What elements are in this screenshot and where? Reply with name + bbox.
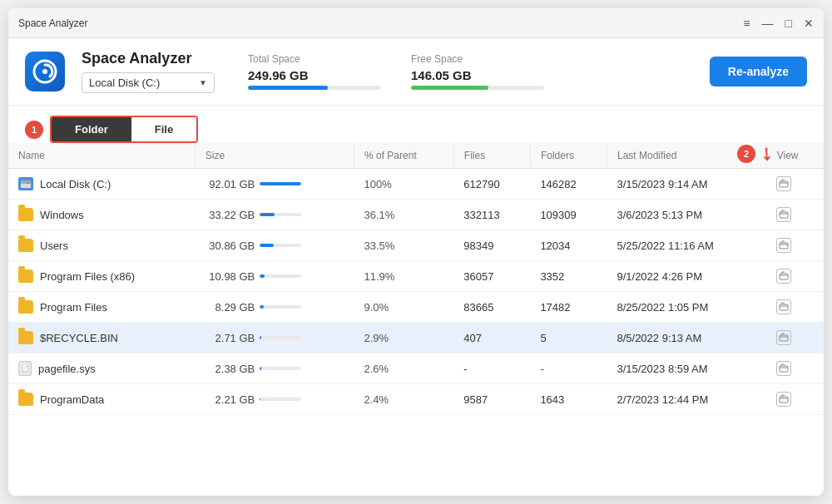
reanalyze-button[interactable]: Re-analyze <box>710 57 807 86</box>
tabs-container: Folder File <box>50 116 198 143</box>
cell-pct: 33.5% <box>354 230 454 261</box>
file-icon: 📄 <box>18 361 32 376</box>
cell-files: 407 <box>453 323 530 353</box>
total-space-value: 249.96 GB <box>248 68 381 82</box>
total-space-item: Total Space 249.96 GB <box>248 53 381 90</box>
table-row: ProgramData 2.21 GB 2.4% 9587 1643 2/7/2… <box>8 384 824 415</box>
cell-view[interactable] <box>766 323 824 353</box>
free-space-label: Free Space <box>411 53 544 65</box>
svg-rect-11 <box>780 366 788 372</box>
svg-rect-7 <box>780 243 788 249</box>
menu-icon[interactable]: ≡ <box>743 17 750 30</box>
col-name: Name <box>8 143 195 169</box>
cell-modified: 8/25/2022 1:05 PM <box>607 292 766 323</box>
cell-files: 98349 <box>453 230 530 261</box>
cell-size: 33.22 GB <box>195 200 354 230</box>
cell-pct: 2.4% <box>354 384 454 415</box>
svg-rect-4 <box>27 182 29 184</box>
open-folder-icon[interactable] <box>776 207 791 222</box>
svg-rect-10 <box>780 335 788 341</box>
table-row: Program Files (x86) 10.98 GB 11.9% 36057… <box>8 261 824 292</box>
cell-name: Local Disk (C:) <box>8 169 195 200</box>
cell-view[interactable] <box>766 169 824 200</box>
maximize-button[interactable]: □ <box>785 17 792 30</box>
cell-pct: 9.0% <box>354 292 454 323</box>
cell-folders: 3352 <box>530 261 607 292</box>
app-logo <box>25 52 65 91</box>
cell-view[interactable] <box>766 292 824 323</box>
size-bar-fill <box>260 244 274 247</box>
close-button[interactable]: ✕ <box>804 17 814 30</box>
cell-view[interactable] <box>766 384 824 415</box>
tab-file[interactable]: File <box>131 117 196 141</box>
size-value: 8.29 GB <box>205 301 255 314</box>
cell-name: Program Files (x86) <box>8 261 195 292</box>
folder-icon <box>18 331 33 344</box>
folder-icon <box>18 239 33 252</box>
cell-pct: 100% <box>354 169 454 200</box>
table-header-row: Name Size % of Parent Files Folders Last… <box>8 143 824 169</box>
cell-files: 36057 <box>453 261 530 292</box>
cell-name: 📄 pagefile.sys <box>8 353 195 384</box>
cell-name: $RECYCLE.BIN <box>8 323 195 353</box>
item-name: ProgramData <box>40 393 104 406</box>
col-size: Size <box>195 143 354 169</box>
svg-point-1 <box>42 69 47 74</box>
free-space-item: Free Space 146.05 GB <box>411 53 544 90</box>
files-table: Name Size % of Parent Files Folders Last… <box>8 143 824 415</box>
open-folder-icon[interactable] <box>776 269 791 284</box>
folder-icon <box>18 300 33 314</box>
open-folder-icon[interactable] <box>776 238 791 253</box>
cell-pct: 11.9% <box>354 261 454 292</box>
open-folder-icon[interactable] <box>776 330 791 345</box>
size-bar <box>260 182 301 185</box>
disk-selector-label: Local Disk (C:) <box>89 77 192 89</box>
table-row: Program Files 8.29 GB 9.0% 83665 17482 8… <box>8 292 824 323</box>
size-bar <box>260 305 301 309</box>
open-folder-icon[interactable] <box>776 361 791 376</box>
size-bar-fill <box>260 182 301 185</box>
size-value: 92.01 GB <box>205 178 255 190</box>
size-bar-fill <box>260 367 261 370</box>
cell-folders: 1643 <box>530 384 607 415</box>
cell-pct: 2.6% <box>354 353 454 384</box>
cell-size: 2.71 GB <box>195 323 354 353</box>
size-bar <box>260 398 301 401</box>
cell-name: ProgramData <box>8 384 195 415</box>
table-row: Local Disk (C:) 92.01 GB 100% 612790 146… <box>8 169 824 200</box>
cell-files: 612790 <box>453 169 530 200</box>
cell-view[interactable] <box>766 230 824 261</box>
app-info: Space Analyzer Local Disk (C:) ▼ <box>82 50 215 93</box>
size-bar <box>260 274 301 278</box>
col-folders: Folders <box>530 143 607 169</box>
tab-folder[interactable]: Folder <box>52 117 131 141</box>
cell-view[interactable] <box>766 353 824 384</box>
cell-folders: - <box>530 353 607 384</box>
open-folder-icon[interactable] <box>776 299 791 314</box>
size-value: 2.38 GB <box>205 363 255 375</box>
svg-rect-8 <box>780 274 788 279</box>
item-name: Program Files (x86) <box>40 270 135 283</box>
cell-view[interactable] <box>766 261 824 292</box>
cell-pct: 36.1% <box>354 200 454 230</box>
cell-size: 2.21 GB <box>195 384 354 415</box>
cell-files: - <box>453 353 530 384</box>
table-container[interactable]: 2 ➘ Name Size % of Parent Files Folders … <box>8 143 824 496</box>
open-folder-icon[interactable] <box>776 392 791 407</box>
cell-folders: 109309 <box>530 200 607 230</box>
item-name: Local Disk (C:) <box>40 178 111 190</box>
size-bar <box>260 367 301 370</box>
open-folder-icon[interactable] <box>776 176 791 191</box>
cell-modified: 9/1/2022 4:26 PM <box>607 261 766 292</box>
disk-icon <box>18 177 33 190</box>
minimize-button[interactable]: — <box>762 17 774 30</box>
cell-size: 8.29 GB <box>195 292 354 323</box>
svg-rect-9 <box>780 304 788 310</box>
svg-rect-5 <box>780 181 788 187</box>
cell-folders: 146282 <box>530 169 607 200</box>
cell-modified: 2/7/2023 12:44 PM <box>607 384 766 415</box>
item-name: Users <box>40 240 68 252</box>
cell-view[interactable] <box>766 200 824 230</box>
disk-selector[interactable]: Local Disk (C:) ▼ <box>82 72 215 93</box>
cell-files: 332113 <box>453 200 530 230</box>
